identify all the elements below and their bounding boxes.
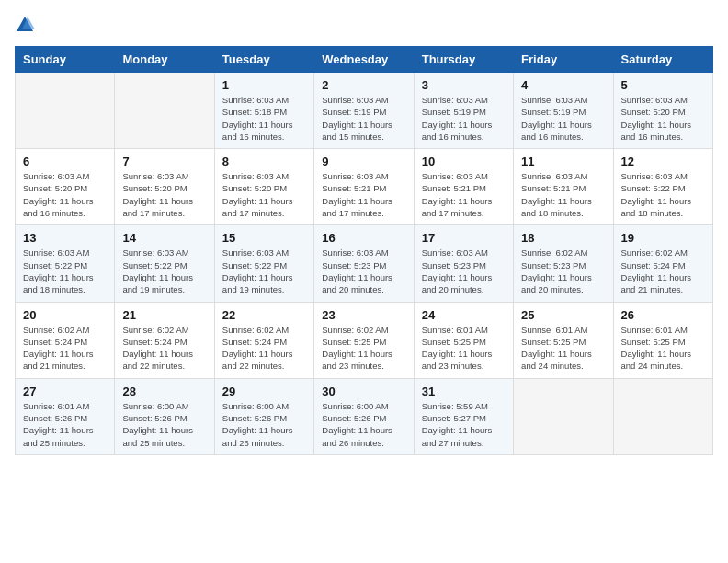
calendar-day-cell: 8Sunrise: 6:03 AMSunset: 5:20 PMDaylight…: [214, 149, 313, 225]
calendar-day-cell: 11Sunrise: 6:03 AMSunset: 5:21 PMDayligh…: [514, 149, 613, 225]
day-number: 20: [23, 308, 107, 322]
weekday-header: Sunday: [16, 47, 115, 73]
day-number: 16: [322, 231, 405, 245]
calendar-day-cell: 18Sunrise: 6:02 AMSunset: 5:23 PMDayligh…: [514, 225, 613, 302]
calendar-day-cell: 1Sunrise: 6:03 AMSunset: 5:18 PMDaylight…: [214, 73, 313, 149]
day-detail: Sunrise: 6:01 AMSunset: 5:25 PMDaylight:…: [521, 324, 605, 373]
calendar-day-cell: 2Sunrise: 6:03 AMSunset: 5:19 PMDaylight…: [314, 73, 414, 149]
calendar-day-cell: 5Sunrise: 6:03 AMSunset: 5:20 PMDaylight…: [613, 73, 712, 149]
weekday-header: Thursday: [414, 47, 513, 73]
day-number: 4: [521, 78, 605, 92]
calendar-day-cell: [115, 73, 214, 149]
day-detail: Sunrise: 6:03 AMSunset: 5:22 PMDaylight:…: [621, 170, 705, 219]
day-detail: Sunrise: 6:03 AMSunset: 5:21 PMDaylight:…: [422, 170, 506, 219]
header: [15, 15, 713, 35]
day-number: 2: [322, 78, 405, 92]
calendar-day-cell: [514, 378, 613, 454]
day-number: 17: [422, 231, 506, 245]
day-detail: Sunrise: 6:01 AMSunset: 5:25 PMDaylight:…: [422, 324, 506, 373]
weekday-header: Tuesday: [214, 47, 313, 73]
day-detail: Sunrise: 6:02 AMSunset: 5:24 PMDaylight:…: [621, 247, 705, 295]
day-number: 23: [322, 308, 405, 322]
day-detail: Sunrise: 6:03 AMSunset: 5:19 PMDaylight:…: [322, 94, 405, 143]
calendar-day-cell: 14Sunrise: 6:03 AMSunset: 5:22 PMDayligh…: [115, 225, 214, 302]
day-detail: Sunrise: 6:03 AMSunset: 5:23 PMDaylight:…: [322, 247, 405, 295]
day-detail: Sunrise: 6:03 AMSunset: 5:21 PMDaylight:…: [322, 170, 405, 219]
day-detail: Sunrise: 6:03 AMSunset: 5:22 PMDaylight:…: [222, 247, 306, 295]
weekday-header: Wednesday: [314, 47, 414, 73]
day-detail: Sunrise: 6:02 AMSunset: 5:25 PMDaylight:…: [322, 324, 405, 373]
calendar-day-cell: 25Sunrise: 6:01 AMSunset: 5:25 PMDayligh…: [514, 302, 613, 378]
day-number: 1: [222, 78, 306, 92]
calendar-day-cell: [613, 378, 712, 454]
day-detail: Sunrise: 6:03 AMSunset: 5:20 PMDaylight:…: [122, 170, 206, 219]
day-detail: Sunrise: 6:00 AMSunset: 5:26 PMDaylight:…: [322, 400, 405, 449]
calendar-day-cell: 10Sunrise: 6:03 AMSunset: 5:21 PMDayligh…: [414, 149, 513, 225]
day-number: 28: [122, 385, 206, 398]
day-detail: Sunrise: 6:02 AMSunset: 5:24 PMDaylight:…: [122, 324, 206, 373]
day-number: 27: [23, 385, 107, 398]
weekday-header: Saturday: [613, 47, 712, 73]
calendar-day-cell: 29Sunrise: 6:00 AMSunset: 5:26 PMDayligh…: [214, 378, 313, 454]
day-number: 10: [422, 155, 506, 168]
day-number: 5: [621, 78, 705, 92]
calendar-day-cell: 28Sunrise: 6:00 AMSunset: 5:26 PMDayligh…: [115, 378, 214, 454]
calendar-day-cell: 13Sunrise: 6:03 AMSunset: 5:22 PMDayligh…: [16, 225, 115, 302]
day-number: 13: [23, 231, 107, 245]
day-detail: Sunrise: 6:01 AMSunset: 5:26 PMDaylight:…: [23, 400, 107, 449]
calendar-week-row: 1Sunrise: 6:03 AMSunset: 5:18 PMDaylight…: [16, 73, 713, 149]
day-detail: Sunrise: 6:03 AMSunset: 5:18 PMDaylight:…: [222, 94, 306, 143]
calendar-day-cell: 3Sunrise: 6:03 AMSunset: 5:19 PMDaylight…: [414, 73, 513, 149]
day-detail: Sunrise: 6:03 AMSunset: 5:23 PMDaylight:…: [422, 247, 506, 295]
day-number: 14: [122, 231, 206, 245]
calendar-day-cell: 12Sunrise: 6:03 AMSunset: 5:22 PMDayligh…: [613, 149, 712, 225]
calendar-table: SundayMondayTuesdayWednesdayThursdayFrid…: [15, 46, 713, 455]
day-number: 22: [222, 308, 306, 322]
calendar-day-cell: 26Sunrise: 6:01 AMSunset: 5:25 PMDayligh…: [613, 302, 712, 378]
weekday-header-row: SundayMondayTuesdayWednesdayThursdayFrid…: [16, 47, 713, 73]
day-number: 9: [322, 155, 405, 168]
day-number: 25: [521, 308, 605, 322]
day-number: 29: [222, 385, 306, 398]
day-number: 12: [621, 155, 705, 168]
calendar-day-cell: 21Sunrise: 6:02 AMSunset: 5:24 PMDayligh…: [115, 302, 214, 378]
day-detail: Sunrise: 6:03 AMSunset: 5:19 PMDaylight:…: [521, 94, 605, 143]
calendar-week-row: 6Sunrise: 6:03 AMSunset: 5:20 PMDaylight…: [16, 149, 713, 225]
calendar-day-cell: 30Sunrise: 6:00 AMSunset: 5:26 PMDayligh…: [314, 378, 414, 454]
day-detail: Sunrise: 6:03 AMSunset: 5:20 PMDaylight:…: [23, 170, 107, 219]
logo: [15, 15, 39, 35]
calendar-day-cell: 23Sunrise: 6:02 AMSunset: 5:25 PMDayligh…: [314, 302, 414, 378]
day-number: 31: [422, 385, 506, 398]
calendar-day-cell: 4Sunrise: 6:03 AMSunset: 5:19 PMDaylight…: [514, 73, 613, 149]
day-number: 19: [621, 231, 705, 245]
day-detail: Sunrise: 6:03 AMSunset: 5:21 PMDaylight:…: [521, 170, 605, 219]
calendar-day-cell: 6Sunrise: 6:03 AMSunset: 5:20 PMDaylight…: [16, 149, 115, 225]
day-number: 6: [23, 155, 107, 168]
logo-icon: [15, 15, 35, 35]
day-number: 3: [422, 78, 506, 92]
day-detail: Sunrise: 6:03 AMSunset: 5:19 PMDaylight:…: [422, 94, 506, 143]
calendar-day-cell: [16, 73, 115, 149]
calendar-day-cell: 16Sunrise: 6:03 AMSunset: 5:23 PMDayligh…: [314, 225, 414, 302]
day-detail: Sunrise: 6:00 AMSunset: 5:26 PMDaylight:…: [222, 400, 306, 449]
day-detail: Sunrise: 6:02 AMSunset: 5:24 PMDaylight:…: [222, 324, 306, 373]
weekday-header: Monday: [115, 47, 214, 73]
day-number: 24: [422, 308, 506, 322]
calendar-week-row: 27Sunrise: 6:01 AMSunset: 5:26 PMDayligh…: [16, 378, 713, 454]
day-number: 15: [222, 231, 306, 245]
day-number: 8: [222, 155, 306, 168]
day-detail: Sunrise: 6:01 AMSunset: 5:25 PMDaylight:…: [621, 324, 705, 373]
day-detail: Sunrise: 6:02 AMSunset: 5:23 PMDaylight:…: [521, 247, 605, 295]
day-detail: Sunrise: 5:59 AMSunset: 5:27 PMDaylight:…: [422, 400, 506, 449]
day-detail: Sunrise: 6:02 AMSunset: 5:24 PMDaylight:…: [23, 324, 107, 373]
calendar-day-cell: 17Sunrise: 6:03 AMSunset: 5:23 PMDayligh…: [414, 225, 513, 302]
calendar-day-cell: 22Sunrise: 6:02 AMSunset: 5:24 PMDayligh…: [214, 302, 313, 378]
day-detail: Sunrise: 6:03 AMSunset: 5:20 PMDaylight:…: [621, 94, 705, 143]
calendar-day-cell: 19Sunrise: 6:02 AMSunset: 5:24 PMDayligh…: [613, 225, 712, 302]
day-detail: Sunrise: 6:03 AMSunset: 5:22 PMDaylight:…: [122, 247, 206, 295]
day-detail: Sunrise: 6:00 AMSunset: 5:26 PMDaylight:…: [122, 400, 206, 449]
calendar-week-row: 20Sunrise: 6:02 AMSunset: 5:24 PMDayligh…: [16, 302, 713, 378]
calendar-day-cell: 24Sunrise: 6:01 AMSunset: 5:25 PMDayligh…: [414, 302, 513, 378]
calendar-day-cell: 31Sunrise: 5:59 AMSunset: 5:27 PMDayligh…: [414, 378, 513, 454]
day-number: 21: [122, 308, 206, 322]
